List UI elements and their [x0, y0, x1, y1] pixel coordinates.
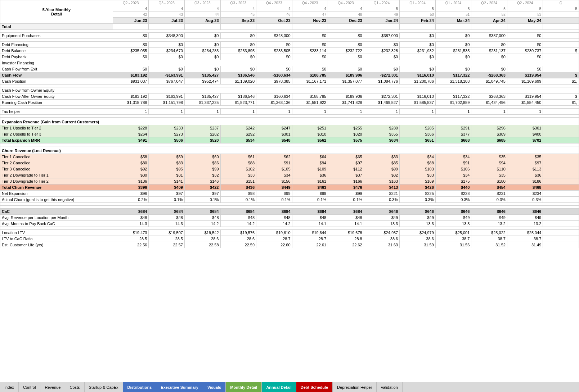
t3d-8: $169: [400, 178, 436, 184]
ep-4: $348,300: [256, 33, 292, 39]
ac-1: -0.1%: [149, 197, 185, 203]
ar-6: $48: [328, 215, 364, 221]
ep-8: $0: [400, 33, 436, 39]
db-4: $233,505: [256, 48, 292, 54]
temrr-0: $491: [113, 137, 149, 143]
db-5: $233,114: [292, 48, 328, 54]
lc-9: 38.7: [435, 236, 471, 242]
ac-3: -0.1%: [220, 197, 256, 203]
t2u-6: $320: [328, 131, 364, 137]
col-month-8: Feb-24: [400, 18, 436, 24]
ar-10: $49: [471, 215, 507, 221]
lc-3: 28.6: [220, 236, 256, 242]
t2d-8: $33: [400, 172, 436, 178]
net-expansion-row: Net Expansion $96 $97 $97 $98 $99 $99 $9…: [0, 191, 579, 197]
ltv-12: [543, 230, 579, 236]
cf-12: $: [543, 72, 579, 78]
cfaoe-12: $: [543, 94, 579, 100]
tier3-downgrade-row: Tier 3 Downgrade to Tier 2 $136 $141 $14…: [0, 178, 579, 184]
tcr-1: $409: [149, 184, 185, 191]
t2c-7: $85: [364, 160, 400, 166]
tab-startup-capex[interactable]: Startup & CapEx: [85, 382, 123, 392]
t2u-12: [543, 131, 579, 137]
total-churn-revenue-row: Total Churn Revenue $396 $409 $422 $436 …: [0, 184, 579, 191]
ac-10: -0.3%: [471, 197, 507, 203]
header-year-12: 5: [543, 6, 579, 12]
tier3-cancelled-label: Tier 3 Cancelled: [0, 166, 113, 172]
tab-monthly-detail[interactable]: Monthly Detail: [226, 382, 262, 392]
t1u-2: $237: [184, 125, 220, 131]
tab-revenue[interactable]: Revenue: [40, 382, 65, 392]
total-val-12: [543, 24, 579, 30]
tier3-downgrade-label: Tier 3 Downgrade to Tier 2: [0, 178, 113, 184]
tab-debt-schedule[interactable]: Debt Schedule: [296, 382, 333, 392]
tcr-0: $396: [113, 184, 149, 191]
tab-control[interactable]: Control: [19, 382, 40, 392]
tcr-9: $440: [435, 184, 471, 191]
ar-0: $48: [113, 215, 149, 221]
t3c-11: $113: [507, 166, 543, 172]
temrr-12: [543, 137, 579, 143]
ne-4: $99: [256, 191, 292, 197]
th-1: 1: [149, 109, 185, 115]
tab-annual-detail[interactable]: Annual Detail: [262, 382, 296, 392]
am-12: [543, 221, 579, 227]
ecl-3: 22.59: [220, 242, 256, 248]
df-5: $0: [292, 42, 328, 48]
ne-1: $97: [149, 191, 185, 197]
df-6: $0: [328, 42, 364, 48]
t3d-7: $163: [364, 178, 400, 184]
est-customer-life-row: Est. Customer Life (yrs) 22.56 22.57 22.…: [0, 242, 579, 248]
cp-8: $1,200,786: [400, 78, 436, 85]
header-monthnum-7: 49: [364, 12, 400, 18]
col-month-12: [543, 18, 579, 24]
tab-validation[interactable]: validation: [377, 382, 402, 392]
t1u-7: $280: [364, 125, 400, 131]
ecl-10: 31.52: [471, 242, 507, 248]
ar-4: $48: [256, 215, 292, 221]
cp-4: $978,385: [256, 78, 292, 85]
th-4: 1: [256, 109, 292, 115]
t1c-6: $65: [328, 154, 364, 160]
cfe-7: $0: [364, 66, 400, 72]
t1u-12: [543, 125, 579, 131]
t2c-2: $86: [184, 160, 220, 166]
t1c-11: $35: [507, 154, 543, 160]
cac-5: $684: [292, 209, 328, 215]
total-expansion-mrr-row: Total Expanion MRR $491 $506 $520 $534 $…: [0, 137, 579, 143]
ne-12: [543, 191, 579, 197]
header-monthnum-6: 48: [328, 12, 364, 18]
db-6: $232,722: [328, 48, 364, 54]
cf-1: -$163,991: [149, 72, 185, 78]
col-month-0: Jun-23: [113, 18, 149, 24]
debt-balance-row: Debt Balance $235,055 $234,670 $234,283 …: [0, 48, 579, 54]
tab-distributions[interactable]: Distributions: [123, 382, 157, 392]
tab-executive-summary[interactable]: Executive Summary: [156, 382, 203, 392]
ep-12: [543, 33, 579, 39]
cp-7: $1,084,776: [364, 78, 400, 85]
cfaoe-1: -$163,991: [149, 94, 185, 100]
dp-5: $0: [292, 54, 328, 60]
tab-depreciation-helper[interactable]: Depreciation Helper: [333, 382, 377, 392]
ar-8: $49: [400, 215, 436, 221]
total-churn-revenue-label: Total Churn Revenue: [0, 184, 113, 191]
db-12: $: [543, 48, 579, 54]
cfaoe-6: $189,906: [328, 94, 364, 100]
t1c-5: $64: [292, 154, 328, 160]
ne-9: $228: [435, 191, 471, 197]
db-2: $234,283: [184, 48, 220, 54]
cp-12: $1,: [543, 78, 579, 85]
t1u-1: $233: [149, 125, 185, 131]
t2d-10: $35: [471, 172, 507, 178]
ep-6: $0: [328, 33, 364, 39]
dp-11: $0: [507, 54, 543, 60]
header-monthnum-5: 47: [292, 12, 328, 18]
header-year-4: 4: [256, 6, 292, 12]
header-qtr-2: Q3 - 2023: [184, 0, 220, 6]
tab-index[interactable]: Index: [0, 382, 19, 392]
rcp-7: $1,469,527: [364, 100, 400, 106]
cf-3: $186,546: [220, 72, 256, 78]
tab-costs[interactable]: Costs: [65, 382, 84, 392]
t3d-11: $186: [507, 178, 543, 184]
tab-visuals[interactable]: Visuals: [203, 382, 226, 392]
